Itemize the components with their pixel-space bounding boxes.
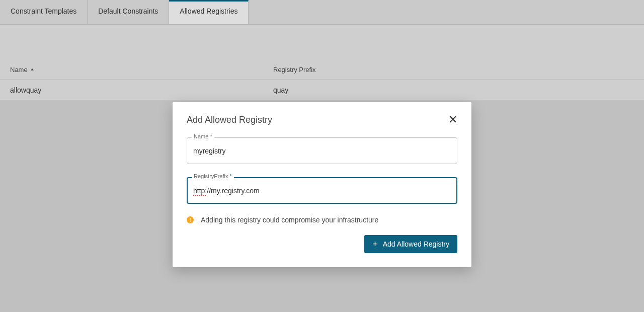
registry-prefix-input[interactable]: [187, 177, 457, 204]
label-text: RegistryPrefix: [194, 173, 228, 179]
close-icon: ✕: [448, 113, 457, 126]
modal-header: Add Allowed Registry ✕: [187, 114, 457, 125]
modal-title: Add Allowed Registry: [187, 115, 272, 125]
plus-icon: +: [372, 240, 378, 249]
warning-text: Adding this registry could compromise yo…: [201, 216, 378, 224]
modal-overlay[interactable]: Add Allowed Registry ✕ Name * RegistryPr…: [0, 0, 644, 312]
close-button[interactable]: ✕: [448, 114, 457, 125]
name-input[interactable]: [187, 137, 457, 164]
warning-icon: !: [187, 216, 194, 223]
add-allowed-registry-button[interactable]: + Add Allowed Registry: [364, 235, 457, 253]
required-indicator: *: [230, 173, 232, 179]
prefix-field-label: RegistryPrefix *: [192, 173, 234, 179]
required-indicator: *: [210, 133, 212, 139]
prefix-field-wrapper: RegistryPrefix *: [187, 177, 457, 204]
button-label: Add Allowed Registry: [383, 240, 449, 248]
name-field-label: Name *: [192, 133, 214, 139]
add-registry-modal: Add Allowed Registry ✕ Name * RegistryPr…: [173, 102, 471, 267]
warning-message: ! Adding this registry could compromise …: [187, 216, 457, 224]
name-field-wrapper: Name *: [187, 137, 457, 164]
modal-footer: + Add Allowed Registry: [187, 235, 457, 253]
label-text: Name: [194, 133, 208, 139]
